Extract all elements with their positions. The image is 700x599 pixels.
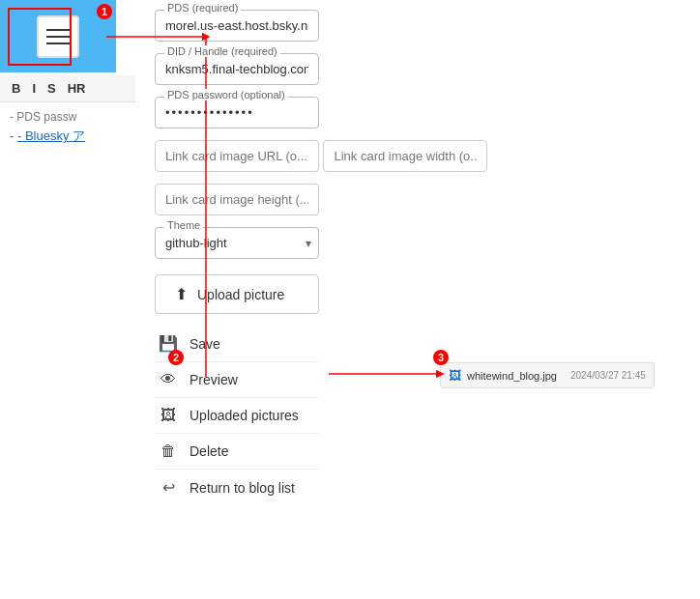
annotation-badge-1: 1: [97, 4, 112, 19]
image-height-input[interactable]: [155, 184, 319, 215]
save-label: Save: [190, 336, 220, 352]
upload-picture-button[interactable]: ⬆ Upload picture: [155, 274, 319, 314]
return-label: Return to blog list: [190, 480, 295, 496]
pds-label: PDS (required): [164, 2, 241, 14]
password-field-group: PDS password (optional): [155, 97, 541, 128]
annotation-badge-2: 2: [168, 350, 184, 365]
did-label: DID / Handle (required): [164, 45, 280, 57]
password-input[interactable]: [155, 97, 319, 128]
theme-select[interactable]: github-light github-dark default: [155, 227, 319, 259]
hamburger-line-3: [46, 43, 70, 44]
preview-label: Preview: [190, 372, 238, 387]
did-field-group: DID / Handle (required): [155, 53, 541, 85]
hr-button[interactable]: HR: [64, 79, 90, 98]
delete-label: Delete: [190, 443, 228, 459]
bluesky-link[interactable]: - Bluesky ア: [17, 128, 85, 143]
left-sidebar: B I S HR - PDS passw - - Bluesky ア: [0, 75, 135, 153]
pds-field-group: PDS (required): [155, 10, 541, 42]
menu-item-delete[interactable]: 🗑 Delete: [155, 434, 319, 470]
upload-icon: ⬆: [175, 285, 188, 303]
file-name: whitewind_blog.jpg: [467, 370, 557, 382]
preview-icon: 👁: [159, 371, 178, 388]
uploaded-icon: 🖼: [159, 407, 178, 424]
image-width-input[interactable]: [323, 140, 487, 172]
bold-button[interactable]: B: [8, 79, 24, 98]
sidebar-bluesky: - PDS passw - - Bluesky ア: [0, 102, 135, 153]
delete-icon: 🗑: [159, 442, 178, 460]
uploaded-file-item: 🖼 whitewind_blog.jpg 2024/03/27 21:45: [440, 362, 655, 388]
hamburger-line-1: [46, 29, 70, 31]
menu-list: 💾 Save 👁 Preview 🖼 Uploaded pictures 🗑 D…: [155, 326, 541, 505]
file-date: 2024/03/27 21:45: [570, 370, 646, 381]
pds-label: - PDS passw: [10, 110, 126, 124]
main-form: PDS (required) DID / Handle (required) P…: [155, 0, 541, 515]
image-url-input[interactable]: [155, 140, 319, 172]
strikethrough-button[interactable]: S: [44, 79, 60, 98]
italic-button[interactable]: I: [28, 79, 40, 98]
uploaded-label: Uploaded pictures: [190, 408, 299, 423]
did-input[interactable]: [155, 53, 319, 85]
hamburger-button[interactable]: [37, 15, 79, 58]
menu-item-uploaded[interactable]: 🖼 Uploaded pictures: [155, 398, 319, 434]
menu-item-return[interactable]: ↩ Return to blog list: [155, 470, 319, 505]
hamburger-line-2: [46, 36, 70, 38]
password-label: PDS password (optional): [164, 89, 288, 100]
pds-input[interactable]: [155, 10, 319, 42]
bluesky-label: - - Bluesky ア: [10, 128, 126, 145]
file-icon: 🖼: [449, 368, 461, 383]
upload-button-label: Upload picture: [197, 287, 284, 302]
theme-group: Theme github-light github-dark default ▾: [155, 227, 319, 259]
format-bar: B I S HR: [0, 75, 135, 102]
return-icon: ↩: [159, 478, 178, 497]
annotation-badge-3: 3: [433, 350, 449, 365]
theme-label: Theme: [164, 219, 203, 231]
menu-item-preview[interactable]: 👁 Preview: [155, 362, 319, 398]
